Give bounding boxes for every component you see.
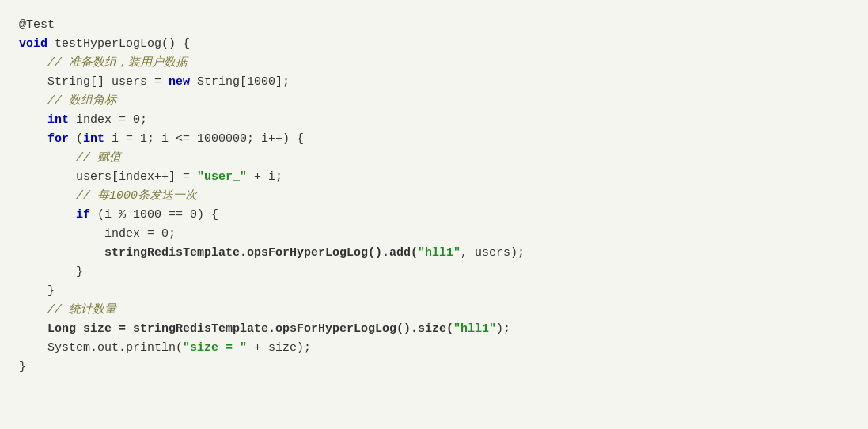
line-comment5: // 统计数量 — [19, 301, 849, 320]
line-close-for: } — [19, 282, 849, 301]
code-block: @Test void testHyperLogLog() { // 准备数组，装… — [19, 16, 849, 377]
index-reset: index = 0; — [19, 227, 176, 241]
for-params: ( — [69, 132, 83, 146]
string-user: "user_" — [197, 170, 247, 184]
line-int-index: int index = 0; — [19, 111, 849, 130]
annotation-text: @Test — [19, 18, 55, 32]
println-end: + size); — [247, 341, 311, 355]
if-condition: (i % 1000 == 0) { — [90, 208, 218, 222]
users-assign-right: + i; — [247, 170, 282, 184]
for-body: i = 1; i <= 1000000; i++) { — [104, 132, 304, 146]
line-println: System.out.println("size = " + size); — [19, 339, 849, 358]
close-for-brace: } — [19, 284, 55, 298]
keyword-if: if — [76, 208, 90, 222]
close-method-brace: } — [19, 360, 26, 374]
line-comment4: // 每1000条发送一次 — [19, 187, 849, 206]
keyword-int2: int — [83, 132, 104, 146]
add-call-end: , users); — [461, 246, 525, 260]
line-if: if (i % 1000 == 0) { — [19, 206, 849, 225]
indent2 — [19, 132, 47, 146]
line-string-array: String[] users = new String[1000]; — [19, 73, 849, 92]
size-call-end: ); — [496, 322, 510, 336]
users-assign-left: users[index++] = — [19, 170, 197, 184]
string-size-label: "size = " — [183, 341, 247, 355]
string-redis-add: stringRedisTemplate.opsForHyperLogLog().… — [19, 246, 418, 260]
line-close-if: } — [19, 263, 849, 282]
index-assign: index = 0; — [69, 113, 147, 127]
line-long-size: Long size = stringRedisTemplate.opsForHy… — [19, 320, 849, 339]
line-close-method: } — [19, 358, 849, 377]
line-for: for (int i = 1; i <= 1000000; i++) { — [19, 130, 849, 149]
keyword-int: int — [47, 113, 69, 127]
long-size-decl: Long size = stringRedisTemplate.opsForHy… — [19, 322, 453, 336]
line-method-sig: void testHyperLogLog() { — [19, 35, 849, 54]
string-hll1-size: "hll1" — [453, 322, 496, 336]
system-out: System.out.println( — [19, 341, 183, 355]
line-add-call: stringRedisTemplate.opsForHyperLogLog().… — [19, 244, 849, 263]
line-comment3: // 赋值 — [19, 149, 849, 168]
string-array-decl: String[] users = — [19, 75, 169, 89]
comment-count: // 统计数量 — [19, 303, 116, 317]
method-name: testHyperLogLog() { — [47, 37, 190, 51]
line-users-assign: users[index++] = "user_" + i; — [19, 168, 849, 187]
string-hll1-add: "hll1" — [418, 246, 461, 260]
line-index-reset: index = 0; — [19, 225, 849, 244]
line-comment2: // 数组角标 — [19, 92, 849, 111]
string-array-size: String[1000]; — [190, 75, 290, 89]
comment-prepare: // 准备数组，装用户数据 — [19, 56, 188, 70]
indent1 — [19, 113, 47, 127]
keyword-for: for — [47, 132, 69, 146]
comment-index: // 数组角标 — [19, 94, 116, 108]
line-annotation: @Test — [19, 16, 849, 35]
comment-assign: // 赋值 — [19, 151, 121, 165]
keyword-new: new — [169, 75, 190, 89]
keyword-void: void — [19, 37, 47, 51]
close-if-brace: } — [19, 265, 83, 279]
line-comment1: // 准备数组，装用户数据 — [19, 54, 849, 73]
comment-send1000: // 每1000条发送一次 — [19, 189, 197, 203]
indent3 — [19, 208, 76, 222]
